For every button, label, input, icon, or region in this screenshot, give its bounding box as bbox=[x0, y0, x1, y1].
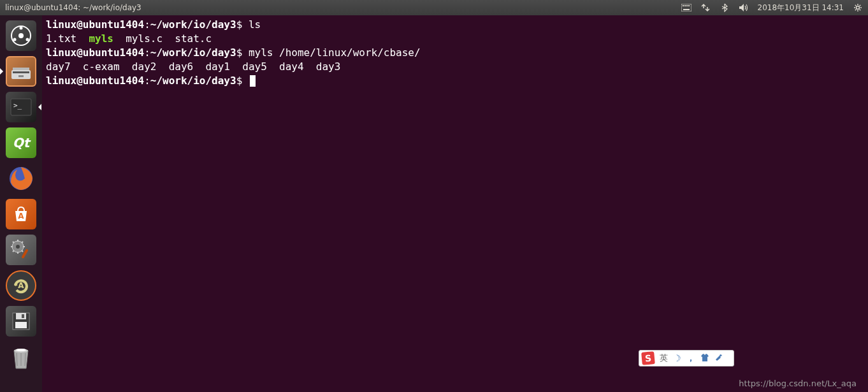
bluetooth-icon[interactable] bbox=[720, 3, 730, 13]
cursor bbox=[250, 75, 256, 87]
trash-icon bbox=[6, 342, 36, 372]
svg-point-21 bbox=[16, 245, 20, 249]
svg-rect-2 bbox=[684, 5, 686, 6]
svg-rect-3 bbox=[686, 5, 688, 6]
svg-point-6 bbox=[857, 6, 860, 10]
launcher-files[interactable] bbox=[4, 55, 38, 88]
network-icon[interactable] bbox=[700, 3, 711, 13]
settings-icon bbox=[6, 235, 36, 265]
floppy-icon bbox=[6, 306, 36, 337]
svg-rect-27 bbox=[15, 322, 27, 328]
comma-icon[interactable]: ， bbox=[686, 352, 695, 364]
top-panel: linux@ubuntu1404: ~/work/io/day3 2018年10… bbox=[0, 0, 868, 15]
terminal-line: linux@ubuntu1404:~/work/io/day3$ bbox=[46, 74, 864, 88]
shirt-icon[interactable] bbox=[700, 353, 709, 364]
svg-rect-0 bbox=[681, 4, 691, 11]
svg-point-29 bbox=[16, 349, 26, 351]
wrench-icon[interactable] bbox=[714, 353, 723, 364]
files-icon bbox=[6, 56, 36, 87]
window-title: linux@ubuntu1404: ~/work/io/day3 bbox=[5, 3, 681, 12]
terminal-line: day7 c-exam day2 day6 day1 day5 day4 day… bbox=[46, 60, 864, 74]
svg-text:A: A bbox=[18, 281, 24, 290]
svg-point-8 bbox=[18, 33, 24, 38]
dash-icon bbox=[6, 20, 36, 51]
launcher-software-updater[interactable]: A bbox=[4, 269, 38, 302]
svg-text:A: A bbox=[18, 212, 24, 221]
svg-rect-4 bbox=[688, 5, 690, 6]
terminal-line: linux@ubuntu1404:~/work/io/day3$ myls /h… bbox=[46, 46, 864, 60]
volume-icon[interactable] bbox=[739, 3, 749, 13]
svg-text:>_: >_ bbox=[13, 101, 22, 110]
ime-toolbar[interactable]: S 英 ☽ ， bbox=[639, 350, 734, 367]
launcher-save[interactable] bbox=[4, 305, 38, 338]
qt-icon: Qt bbox=[6, 127, 36, 158]
terminal-window[interactable]: linux@ubuntu1404:~/work/io/day3$ ls1.txt… bbox=[42, 15, 868, 392]
terminal-icon: >_ bbox=[6, 92, 36, 122]
launcher-settings[interactable] bbox=[4, 233, 38, 266]
svg-rect-15 bbox=[18, 75, 24, 77]
firefox-icon bbox=[6, 163, 36, 194]
launcher-dash[interactable] bbox=[4, 19, 38, 52]
svg-point-9 bbox=[20, 27, 23, 30]
svg-rect-26 bbox=[22, 314, 24, 318]
software-center-icon: A bbox=[6, 199, 36, 229]
terminal-line: linux@ubuntu1404:~/work/io/day3$ ls bbox=[46, 18, 864, 32]
system-tray: 2018年10月31日 14:31 bbox=[681, 3, 863, 13]
svg-rect-14 bbox=[13, 71, 29, 73]
launcher-software-center[interactable]: A bbox=[4, 198, 38, 231]
keyboard-icon[interactable] bbox=[681, 3, 691, 13]
svg-rect-12 bbox=[13, 68, 29, 70]
gear-icon[interactable] bbox=[853, 3, 863, 13]
svg-point-10 bbox=[26, 38, 29, 41]
sogou-logo-icon: S bbox=[641, 351, 655, 365]
ime-lang-label[interactable]: 英 bbox=[660, 352, 668, 364]
launcher-terminal[interactable]: >_ bbox=[4, 91, 38, 124]
software-updater-icon: A bbox=[6, 270, 36, 301]
terminal-line: 1.txt myls myls.c stat.c bbox=[46, 32, 864, 46]
watermark-text: https://blog.csdn.net/Lx_aqa bbox=[739, 379, 857, 388]
launcher-trash[interactable] bbox=[4, 340, 38, 374]
unity-launcher: >_ Qt A A bbox=[0, 15, 42, 392]
terminal-content: linux@ubuntu1404:~/work/io/day3$ ls1.txt… bbox=[46, 18, 864, 88]
launcher-firefox[interactable] bbox=[4, 162, 38, 195]
moon-icon[interactable]: ☽ bbox=[673, 353, 681, 363]
svg-rect-25 bbox=[16, 313, 26, 319]
launcher-qt[interactable]: Qt bbox=[4, 126, 38, 159]
svg-point-11 bbox=[13, 38, 17, 41]
svg-rect-1 bbox=[683, 5, 684, 6]
datetime-text[interactable]: 2018年10月31日 14:31 bbox=[758, 3, 844, 13]
svg-rect-5 bbox=[683, 9, 690, 10]
